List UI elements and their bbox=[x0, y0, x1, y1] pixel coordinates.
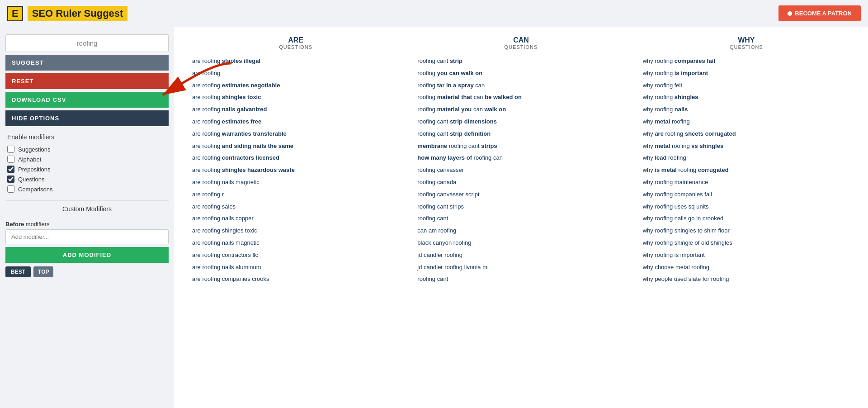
comparisons-checkbox[interactable] bbox=[7, 185, 14, 193]
modifier-prepositions[interactable]: Prepositions bbox=[7, 164, 167, 174]
why-item-15[interactable]: why roofing shingles to shim floor bbox=[643, 225, 850, 237]
can-item-6[interactable]: roofing cant strip dimensions bbox=[417, 116, 624, 128]
why-header-sub: QUESTIONS bbox=[643, 44, 850, 50]
can-item-2[interactable]: roofing you can walk on bbox=[417, 67, 624, 80]
why-item-19[interactable]: why people used slate for roofing bbox=[643, 273, 850, 285]
why-item-18[interactable]: why choose metal roofing bbox=[643, 261, 850, 274]
why-item-8[interactable]: why metal roofing vs shingles bbox=[643, 140, 850, 152]
are-item-3[interactable]: are roofing estimates negotiable bbox=[192, 80, 399, 92]
are-item-16[interactable]: are roofing nails magnetic bbox=[192, 237, 399, 249]
download-csv-button[interactable]: DOWNLOAD CSV bbox=[5, 92, 169, 108]
are-item-14[interactable]: are roofing nails copper bbox=[192, 213, 399, 225]
best-tag[interactable]: BEST bbox=[5, 266, 31, 277]
why-item-1[interactable]: why roofing companies fail bbox=[643, 55, 850, 67]
top-tag[interactable]: TOP bbox=[33, 266, 53, 277]
can-item-18[interactable]: jd candler roofing livonia mi bbox=[417, 261, 624, 274]
modifier-questions[interactable]: Questions bbox=[7, 174, 167, 184]
prepositions-checkbox[interactable] bbox=[7, 166, 14, 173]
are-item-9[interactable]: are roofing contractors licensed bbox=[192, 152, 399, 164]
why-header-main: WHY bbox=[643, 36, 850, 44]
are-header-sub: QUESTIONS bbox=[192, 44, 399, 50]
modifiers-section: Enable modifiers Suggestions Alphabet Pr… bbox=[5, 129, 169, 196]
are-item-10[interactable]: are roofing shingles hazardous waste bbox=[192, 164, 399, 176]
why-item-2[interactable]: why roofing is important bbox=[643, 67, 850, 80]
questions-checkbox[interactable] bbox=[7, 176, 14, 183]
why-item-9[interactable]: why lead roofing bbox=[643, 152, 850, 164]
alphabet-checkbox[interactable] bbox=[7, 156, 14, 163]
why-item-7[interactable]: why are roofing sheets corrugated bbox=[643, 128, 850, 140]
why-item-16[interactable]: why roofing shingle of old shingles bbox=[643, 237, 850, 249]
why-item-14[interactable]: why roofing nails go in crooked bbox=[643, 213, 850, 225]
are-item-1[interactable]: are roofing staples illegal bbox=[192, 55, 399, 67]
can-item-8[interactable]: membrane roofing cant strips bbox=[417, 140, 624, 152]
are-item-12[interactable]: are roofing r bbox=[192, 189, 399, 201]
why-item-6[interactable]: why metal roofing bbox=[643, 116, 850, 128]
are-item-8[interactable]: are roofing and siding nails the same bbox=[192, 140, 399, 152]
can-column-header: CAN QUESTIONS bbox=[417, 36, 624, 50]
can-item-16[interactable]: black canyon roofing bbox=[417, 237, 624, 249]
reset-button[interactable]: RESET bbox=[5, 73, 169, 89]
can-item-10[interactable]: roofing canvasser bbox=[417, 164, 624, 176]
can-item-9[interactable]: how many layers of roofing can bbox=[417, 152, 624, 164]
why-item-13[interactable]: why roofing uses sq units bbox=[643, 201, 850, 213]
are-item-11[interactable]: are roofing nails magnetic bbox=[192, 176, 399, 189]
modifier-comparisons[interactable]: Comparisons bbox=[7, 184, 167, 194]
can-item-14[interactable]: roofing cant bbox=[417, 213, 624, 225]
can-header-main: CAN bbox=[417, 36, 624, 44]
app-title: SEO Ruler Suggest bbox=[28, 6, 128, 21]
add-modified-button[interactable]: ADD MODIFIED bbox=[5, 247, 169, 263]
can-header-sub: QUESTIONS bbox=[417, 44, 624, 50]
questions-label: Questions bbox=[18, 176, 45, 183]
hide-options-button[interactable]: HIDE OPTIONS bbox=[5, 110, 169, 126]
can-item-7[interactable]: roofing cant strip definition bbox=[417, 128, 624, 140]
are-item-18[interactable]: are roofing nails aluminum bbox=[192, 261, 399, 274]
why-item-12[interactable]: why roofing companies fail bbox=[643, 189, 850, 201]
can-item-4[interactable]: roofing material that can be walked on bbox=[417, 91, 624, 104]
can-item-12[interactable]: roofing canvasser script bbox=[417, 189, 624, 201]
are-item-15[interactable]: are roofing shingles toxic bbox=[192, 225, 399, 237]
before-modifier-input[interactable] bbox=[5, 229, 169, 244]
why-item-10[interactable]: why is metal roofing corrugated bbox=[643, 164, 850, 176]
can-item-3[interactable]: roofing tar in a spray can bbox=[417, 80, 624, 92]
can-item-15[interactable]: can am roofing bbox=[417, 225, 624, 237]
modifiers-title: Enable modifiers bbox=[7, 133, 167, 141]
can-item-1[interactable]: roofing cant strip bbox=[417, 55, 624, 67]
sidebar: SUGGEST RESET DOWNLOAD CSV HIDE OPTIONS … bbox=[0, 27, 174, 408]
why-item-3[interactable]: why roofing felt bbox=[643, 80, 850, 92]
can-column: CAN QUESTIONS roofing cant strip roofing… bbox=[408, 36, 633, 399]
can-item-13[interactable]: roofing cant strips bbox=[417, 201, 624, 213]
why-item-5[interactable]: why roofing nails bbox=[643, 104, 850, 116]
are-item-7[interactable]: are roofing warranties transferable bbox=[192, 128, 399, 140]
suggestions-label: Suggestions bbox=[18, 146, 51, 153]
patron-dot-icon bbox=[788, 11, 792, 16]
can-item-19[interactable]: roofing cant bbox=[417, 273, 624, 285]
why-item-11[interactable]: why roofing maintenance bbox=[643, 176, 850, 189]
are-item-13[interactable]: are roofing sales bbox=[192, 201, 399, 213]
are-item-6[interactable]: are roofing estimates free bbox=[192, 116, 399, 128]
why-item-4[interactable]: why roofing shingles bbox=[643, 91, 850, 104]
why-item-17[interactable]: why roofing is important bbox=[643, 249, 850, 261]
before-modifiers: Before modifiers ADD MODIFIED BEST TOP bbox=[5, 218, 169, 277]
are-column-header: ARE QUESTIONS bbox=[192, 36, 399, 50]
modifier-suggestions[interactable]: Suggestions bbox=[7, 144, 167, 154]
suggest-button[interactable]: SUGGEST bbox=[5, 55, 169, 71]
can-item-17[interactable]: jd candler roofing bbox=[417, 249, 624, 261]
are-item-5[interactable]: are roofing nails galvanized bbox=[192, 104, 399, 116]
suggestions-checkbox[interactable] bbox=[7, 146, 14, 153]
tag-row: BEST TOP bbox=[5, 266, 169, 277]
custom-modifiers-title: Custom Modifiers bbox=[5, 200, 169, 215]
are-column: ARE QUESTIONS are roofing staples illega… bbox=[183, 36, 408, 399]
can-item-11[interactable]: roofing canada bbox=[417, 176, 624, 189]
are-item-19[interactable]: are roofing companies crooks bbox=[192, 273, 399, 285]
are-item-17[interactable]: are roofing contractors llc bbox=[192, 249, 399, 261]
are-item-2[interactable]: are roofing bbox=[192, 67, 399, 80]
are-item-4[interactable]: are roofing shingles toxic bbox=[192, 91, 399, 104]
prepositions-label: Prepositions bbox=[18, 166, 51, 173]
patron-button[interactable]: BECOME A PATRON bbox=[778, 5, 861, 21]
results-columns: ARE QUESTIONS are roofing staples illega… bbox=[183, 36, 859, 399]
can-item-5[interactable]: roofing material you can walk on bbox=[417, 104, 624, 116]
main-layout: SUGGEST RESET DOWNLOAD CSV HIDE OPTIONS … bbox=[0, 27, 868, 408]
search-input[interactable] bbox=[5, 34, 169, 52]
alphabet-label: Alphabet bbox=[18, 156, 41, 163]
modifier-alphabet[interactable]: Alphabet bbox=[7, 154, 167, 164]
